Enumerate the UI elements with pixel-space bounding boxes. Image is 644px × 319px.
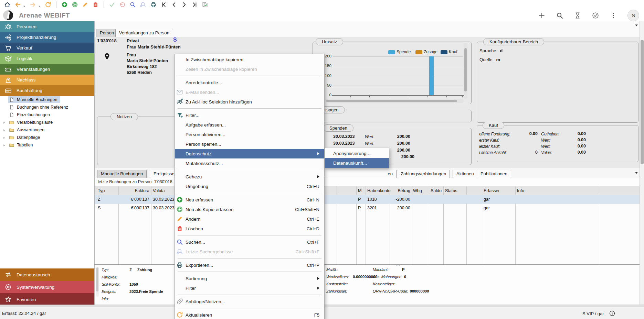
sidebar-item-verarbeitungsläufe[interactable]: Verarbeitungsläufe: [0, 119, 94, 126]
arrow-left-icon[interactable]: [14, 1, 21, 8]
info-icon[interactable]: [609, 310, 615, 317]
tab-person[interactable]: Person: [96, 29, 118, 37]
check-icon[interactable]: [109, 1, 115, 8]
plus-circle-copy-icon[interactable]: [72, 1, 78, 8]
hourglass-icon[interactable]: [574, 12, 581, 19]
sidebar-item-buchungen-ohne-referenz[interactable]: Buchungen ohne Referenz: [0, 103, 94, 111]
menu-item-person-sperren[interactable]: Person sperren...: [175, 139, 324, 149]
sidebar-item-personen[interactable]: Personen: [0, 21, 94, 32]
menu-item-ändern[interactable]: ÄndernCtrl+E: [175, 214, 324, 224]
nav-prev-icon[interactable]: [171, 1, 177, 8]
menu-item-zeilen-in-zwischenablage-kopieren[interactable]: Zeilen in Zwischenablage kopieren: [175, 64, 324, 74]
nav-next-icon[interactable]: [181, 1, 188, 8]
sidebar-item-nachlass[interactable]: Nachlass: [0, 75, 94, 85]
menu-item-in-zwischenablage-kopieren[interactable]: In Zwischenablage kopieren: [175, 55, 324, 64]
column-header-habenkonto[interactable]: Habenkonto: [367, 188, 388, 193]
menu-item-gehezu[interactable]: Gehezu: [175, 172, 324, 182]
tab-ereignisse[interactable]: Ereignisse: [150, 170, 178, 178]
column-header-typ[interactable]: Typ: [98, 188, 115, 193]
arrow-right-icon[interactable]: [30, 1, 36, 8]
plus-icon[interactable]: [538, 12, 546, 19]
sidebar-item-datenpflege[interactable]: Datenpflege: [0, 134, 94, 141]
column-header-info[interactable]: Info: [517, 188, 551, 193]
window-scrollbar-thumb[interactable]: [641, 40, 644, 164]
sidebar-item-verkauf[interactable]: Verkauf: [0, 43, 94, 53]
expand-caret-icon[interactable]: [2, 143, 6, 147]
nav-first-icon[interactable]: [160, 1, 167, 8]
tab-verdankungen-zu-person[interactable]: Verdankungen zu Person: [115, 29, 173, 37]
menu-item-datenauskunft[interactable]: Datenauskunft...: [325, 158, 389, 168]
nav-last-icon[interactable]: [191, 1, 198, 8]
tab-publikationen[interactable]: Publikationen: [477, 170, 511, 178]
caret-down-icon[interactable]: [23, 3, 26, 6]
menu-item-anredekontrolle[interactable]: Anredekontrolle...: [175, 78, 324, 87]
sidebar-item-logistik[interactable]: Logistik: [0, 53, 94, 64]
kebab-icon[interactable]: [610, 12, 617, 19]
tab-overflow-caret-icon[interactable]: [634, 170, 638, 174]
column-header-saldo[interactable]: Saldo: [426, 188, 442, 193]
tab-manuelle-buchungen[interactable]: Manuelle Buchungen: [97, 170, 147, 178]
detail-scrollbar[interactable]: [96, 267, 99, 297]
expand-caret-icon[interactable]: [2, 136, 6, 139]
search-icon[interactable]: [129, 1, 136, 8]
tab-zahlungsverbindungen[interactable]: Zahlungsverbindungen: [397, 170, 450, 178]
sidebar-item-tabellen[interactable]: Tabellen: [0, 141, 94, 149]
search-icon[interactable]: [556, 12, 563, 19]
sidebar-item-systemverwaltung[interactable]: Systemverwaltung: [0, 281, 94, 293]
menu-item-neu-als-kopie-erfassen[interactable]: Neu als Kopie erfassenCtrl+Shift+N: [175, 205, 324, 214]
tab-aktionen[interactable]: Aktionen: [453, 170, 478, 178]
menu-item-letzte-suchergebnisse[interactable]: Letzte SuchergebnisseCtrl+Shift+F: [175, 247, 324, 256]
column-header-status[interactable]: Status: [445, 188, 466, 193]
expand-caret-icon[interactable]: [2, 128, 6, 132]
menu-item-person-aktivieren[interactable]: Person aktivieren...: [175, 130, 324, 139]
sidebar-item-datenaustausch[interactable]: Datenaustausch: [0, 268, 94, 281]
menu-item-sortierung[interactable]: Sortierung: [175, 274, 324, 283]
sidebar-item-projektfinanzierung[interactable]: Projektfinanzierung: [0, 32, 94, 43]
check-circle-icon[interactable]: [592, 12, 599, 19]
menu-item-e-mail-senden[interactable]: E-Mail senden...: [175, 87, 324, 97]
menu-item-neu-erfassen[interactable]: Neu erfassenCtrl+N: [175, 195, 324, 205]
trash-icon[interactable]: [92, 1, 99, 8]
column-header-whg[interactable]: Whg: [413, 188, 426, 193]
panel-resize-handle[interactable]: ...: [396, 263, 401, 266]
detail-scrollbar-thumb[interactable]: [96, 267, 98, 292]
menu-item-exportieren[interactable]: Exportieren...Ctrl+P: [175, 260, 324, 270]
plus-circle-icon[interactable]: [61, 1, 68, 8]
tab-overflow-caret-icon[interactable]: [634, 23, 638, 27]
menu-item-anonymisierung[interactable]: Anonymisierung...: [325, 148, 389, 158]
menu-item-anhänge-notizen[interactable]: Anhänge/Notizen...: [175, 297, 324, 306]
sidebar-item-manuelle-buchungen[interactable]: Manuelle Buchungen: [0, 96, 94, 103]
sidebar-item-buchhaltung[interactable]: Buchhaltung: [0, 85, 94, 96]
menu-item-filter[interactable]: Filter: [175, 283, 324, 293]
sidebar-item-einzelbuchungen[interactable]: Einzelbuchungen: [0, 111, 94, 119]
undo-icon[interactable]: [119, 1, 126, 8]
column-header-erfasser[interactable]: Erfasser: [484, 188, 513, 193]
caret-down-icon[interactable]: [38, 3, 41, 6]
home-icon[interactable]: [4, 1, 11, 8]
chart-hscrollbar-thumb[interactable]: [326, 100, 457, 102]
menu-item-suchen[interactable]: Suchen...Ctrl+F: [175, 237, 324, 247]
menu-item-mutationsschutz[interactable]: Mutationsschutz...: [175, 158, 324, 168]
column-header-m[interactable]: M: [358, 188, 365, 193]
refresh-icon[interactable]: [45, 1, 51, 8]
avatar[interactable]: S: [627, 10, 639, 21]
menu-item-aufgabe-erfassen[interactable]: Aufgabe erfassen...: [175, 120, 324, 130]
search-person-icon[interactable]: [140, 1, 146, 8]
menu-item-datenschutz[interactable]: Datenschutz: [175, 149, 324, 158]
sidebar-item-auswertungen[interactable]: Auswertungen: [0, 126, 94, 134]
menu-item-filter[interactable]: Filter...: [175, 110, 324, 120]
sidebar-item-veranstaltungen[interactable]: Veranstaltungen: [0, 64, 94, 75]
menu-item-zu-ad-hoc-selektion-hinzufügen[interactable]: Zu Ad-Hoc Selektion hinzufügen: [175, 97, 324, 107]
window-scrollbar[interactable]: [640, 21, 644, 305]
pencil-icon[interactable]: [82, 1, 88, 8]
print-icon[interactable]: [150, 1, 157, 8]
menu-item-umgebung[interactable]: UmgebungCtrl+U: [175, 182, 324, 191]
paste-check-icon[interactable]: [202, 1, 208, 8]
menu-item-aktualisieren[interactable]: AktualisierenF5: [175, 310, 324, 319]
chart-vscrollbar-thumb[interactable]: [464, 48, 467, 91]
sidebar-item-favoriten[interactable]: Favoriten: [0, 293, 94, 306]
column-header-faktura[interactable]: Faktura: [118, 188, 149, 193]
menu-item-löschen[interactable]: LöschenCtrl+D: [175, 224, 324, 233]
column-header-betrag[interactable]: Betrag: [389, 188, 410, 193]
expand-caret-icon[interactable]: [2, 121, 6, 124]
